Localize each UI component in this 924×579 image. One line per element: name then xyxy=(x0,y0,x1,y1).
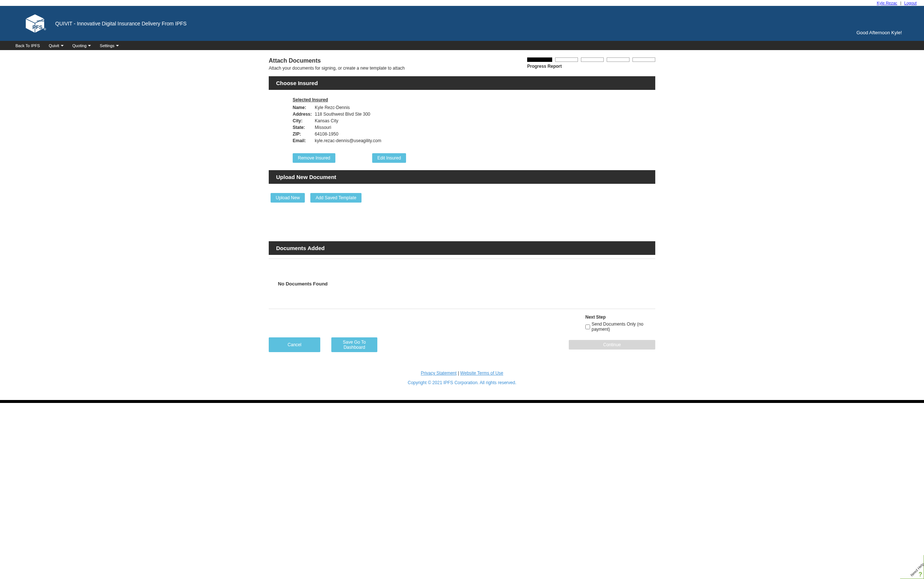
selected-insured-heading: Selected Insured xyxy=(293,97,631,102)
copyright: Copyright © 2021 IPFS Corporation. All r… xyxy=(269,380,655,385)
insured-value-name: Kyle Rezc-Dennis xyxy=(315,105,631,110)
progress-step-1 xyxy=(527,57,552,62)
insured-block: Selected Insured Name: Kyle Rezc-Dennis … xyxy=(269,90,655,170)
send-documents-only-row[interactable]: Send Documents Only (no payment) xyxy=(585,322,655,332)
top-bar-separator: | xyxy=(900,1,901,5)
navbar: Back To IPFS Quivit Quoting Settings xyxy=(0,41,924,50)
insured-label-name: Name: xyxy=(293,105,315,110)
svg-text:PFS: PFS xyxy=(33,24,42,30)
insured-value-city: Kansas City xyxy=(315,118,631,123)
nav-quivit[interactable]: Quivit xyxy=(44,43,68,48)
header-title: QUIVIT - Innovative Digital Insurance De… xyxy=(55,21,187,26)
insured-row-name: Name: Kyle Rezc-Dennis xyxy=(293,104,631,111)
privacy-statement-link[interactable]: Privacy Statement xyxy=(421,371,457,376)
svg-text:IMPERIAL: IMPERIAL xyxy=(37,20,46,22)
page-title: Attach Documents xyxy=(269,57,405,64)
top-bar: Kyle Rezac | Logout xyxy=(0,0,924,6)
username-link[interactable]: Kyle Rezac xyxy=(877,1,898,5)
logout-link[interactable]: Logout xyxy=(904,1,917,5)
section-choose-insured: Choose Insured xyxy=(269,76,655,90)
save-go-to-dashboard-button[interactable]: Save Go To Dashboard xyxy=(331,337,377,352)
progress-steps xyxy=(527,57,655,62)
nav-quivit-label: Quivit xyxy=(49,43,59,48)
progress-step-3 xyxy=(581,57,604,62)
page-title-block: Attach Documents Attach your documents f… xyxy=(269,57,405,71)
section-upload-new-document: Upload New Document xyxy=(269,170,655,184)
no-documents-message: No Documents Found xyxy=(269,263,655,305)
insured-row-address: Address: 118 Southwest Blvd Ste 300 xyxy=(293,111,631,118)
send-documents-only-checkbox[interactable] xyxy=(585,324,590,329)
insured-value-address: 118 Southwest Blvd Ste 300 xyxy=(315,111,631,117)
action-left: Cancel Save Go To Dashboard xyxy=(269,337,377,352)
next-step-block: Next Step Send Documents Only (no paymen… xyxy=(269,314,655,332)
nav-settings[interactable]: Settings xyxy=(95,43,123,48)
nav-settings-label: Settings xyxy=(100,43,114,48)
insured-button-row: Remove Insured Edit Insured xyxy=(293,153,631,163)
ipfs-logo: IMPERIAL PFS R xyxy=(22,11,48,35)
section-documents-added: Documents Added xyxy=(269,241,655,255)
upload-button-row: Upload New Add Saved Template xyxy=(269,184,655,212)
remove-insured-button[interactable]: Remove Insured xyxy=(293,153,335,163)
edit-insured-button[interactable]: Edit Insured xyxy=(372,153,406,163)
divider xyxy=(269,309,655,309)
insured-row-zip: ZIP: 64108-1950 xyxy=(293,131,631,137)
nav-quoting-label: Quoting xyxy=(72,43,87,48)
insured-value-zip: 64108-1950 xyxy=(315,131,631,137)
continue-button: Continue xyxy=(569,340,655,350)
progress-step-5 xyxy=(632,57,655,62)
footer: Privacy Statement | Website Terms of Use… xyxy=(269,371,655,385)
nav-back-to-ipfs[interactable]: Back To IPFS xyxy=(11,43,44,48)
add-saved-template-button[interactable]: Add Saved Template xyxy=(310,193,361,203)
insured-value-state: Missouri xyxy=(315,125,631,130)
insured-row-state: State: Missouri xyxy=(293,124,631,131)
cancel-button[interactable]: Cancel xyxy=(269,337,320,352)
main-content: Attach Documents Attach your documents f… xyxy=(269,50,655,393)
caret-down-icon xyxy=(61,45,64,46)
documents-section: Documents Added No Documents Found xyxy=(269,241,655,309)
insured-label-address: Address: xyxy=(293,111,315,117)
divider xyxy=(269,258,655,259)
progress-label: Progress Report xyxy=(527,64,655,69)
next-step-title: Next Step xyxy=(585,314,655,320)
send-documents-only-label: Send Documents Only (no payment) xyxy=(592,322,655,332)
insured-value-email: kyle.rezac-dennis@useagility.com xyxy=(315,138,631,143)
insured-label-email: Email: xyxy=(293,138,315,143)
insured-label-zip: ZIP: xyxy=(293,131,315,137)
caret-down-icon xyxy=(88,45,91,46)
page-subtitle: Attach your documents for signing, or cr… xyxy=(269,65,405,71)
terms-of-use-link[interactable]: Website Terms of Use xyxy=(460,371,503,376)
caret-down-icon xyxy=(116,45,119,46)
progress-block: Progress Report xyxy=(527,57,655,69)
insured-label-state: State: xyxy=(293,125,315,130)
header: IMPERIAL PFS R QUIVIT - Innovative Digit… xyxy=(0,6,924,41)
insured-row-city: City: Kansas City xyxy=(293,118,631,124)
progress-step-4 xyxy=(607,57,630,62)
nav-quoting[interactable]: Quoting xyxy=(68,43,96,48)
insured-row-email: Email: kyle.rezac-dennis@useagility.com xyxy=(293,137,631,144)
bottom-black-bar xyxy=(0,400,924,403)
action-row: Cancel Save Go To Dashboard Continue xyxy=(269,337,655,352)
greeting: Good Afternoon Kyle! xyxy=(856,30,902,35)
page-header-row: Attach Documents Attach your documents f… xyxy=(269,57,655,71)
insured-label-city: City: xyxy=(293,118,315,123)
progress-step-2 xyxy=(555,57,578,62)
upload-new-button[interactable]: Upload New xyxy=(271,193,305,203)
